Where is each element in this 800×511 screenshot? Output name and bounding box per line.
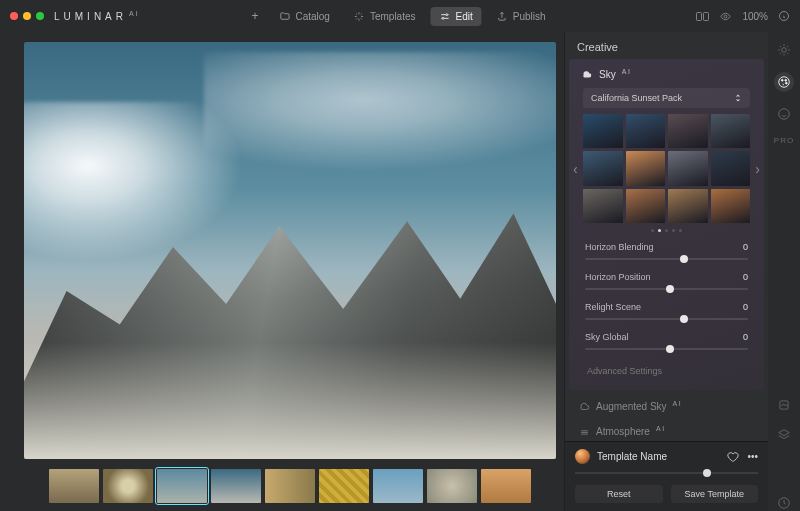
more-icon[interactable]: •••	[747, 451, 758, 463]
template-name: Template Name	[597, 451, 667, 462]
sky-preset[interactable]	[668, 151, 708, 185]
svg-point-12	[779, 109, 790, 120]
svg-point-0	[446, 13, 448, 15]
ai-badge: A I	[622, 68, 630, 75]
slider-label: Horizon Blending	[585, 242, 654, 252]
slider-label: Sky Global	[585, 332, 629, 342]
slider-label: Relight Scene	[585, 302, 641, 312]
sky-preset[interactable]	[626, 189, 666, 223]
advanced-settings[interactable]: Advanced Settings	[577, 360, 756, 380]
filmstrip-thumb[interactable]	[49, 469, 99, 503]
sky-sliders: Horizon Blending0Horizon Position0Religh…	[577, 240, 756, 356]
pack-name: California Sunset Pack	[591, 93, 682, 103]
cloud-plus-icon	[579, 402, 590, 412]
nav-edit[interactable]: Edit	[431, 7, 482, 26]
nav-publish[interactable]: Publish	[488, 7, 555, 26]
add-button[interactable]: +	[245, 5, 264, 27]
pro-tab[interactable]: PRO	[774, 136, 794, 145]
top-right-tools: 100%	[696, 10, 790, 22]
edit-panel: Creative Sky A I California Sunset Pack …	[564, 32, 768, 511]
filmstrip-thumb[interactable]	[103, 469, 153, 503]
sky-preset[interactable]	[711, 189, 751, 223]
sky-preset[interactable]	[626, 151, 666, 185]
sky-pack-select[interactable]: California Sunset Pack	[583, 88, 750, 108]
ai-badge: A I	[673, 400, 681, 407]
filmstrip	[24, 459, 556, 505]
sky-page-dots	[577, 223, 756, 240]
nav-label: Publish	[513, 11, 546, 22]
creative-tab-icon[interactable]	[774, 72, 794, 92]
image-canvas[interactable]	[24, 42, 556, 459]
panel-title: Creative	[565, 32, 768, 59]
chevrons-icon	[734, 93, 742, 103]
slider[interactable]	[581, 342, 752, 356]
app-brand: LUMINARAI	[54, 10, 140, 22]
cloud-icon	[581, 70, 593, 80]
crop-tab-icon[interactable]	[776, 397, 792, 413]
share-icon	[497, 11, 508, 22]
nav-templates[interactable]: Templates	[345, 7, 425, 26]
info-icon[interactable]	[778, 10, 790, 22]
slider-value: 0	[734, 302, 748, 312]
svg-point-11	[785, 82, 787, 84]
history-icon[interactable]	[776, 495, 792, 511]
sliders-icon	[440, 11, 451, 22]
svg-point-1	[442, 17, 444, 19]
filmstrip-thumb[interactable]	[373, 469, 423, 503]
svg-point-9	[781, 79, 783, 81]
tool-label: Augmented Sky	[596, 401, 667, 412]
nav-label: Catalog	[295, 11, 329, 22]
brand-name: LUMINAR	[54, 11, 127, 22]
folder-icon	[279, 11, 290, 22]
filmstrip-thumb[interactable]	[427, 469, 477, 503]
title-bar: LUMINARAI + Catalog Templates Edit Publi…	[0, 0, 800, 32]
right-rail: PRO	[768, 32, 800, 511]
sky-preset[interactable]	[668, 189, 708, 223]
svg-rect-3	[704, 12, 709, 20]
slider[interactable]	[581, 282, 752, 296]
sky-preset[interactable]	[668, 114, 708, 148]
filmstrip-thumb[interactable]	[481, 469, 531, 503]
sky-prev[interactable]: ‹	[573, 161, 578, 177]
sky-preset[interactable]	[583, 151, 623, 185]
sky-header[interactable]: Sky A I	[577, 67, 756, 88]
svg-point-10	[785, 79, 787, 81]
slider[interactable]	[581, 252, 752, 266]
nav-catalog[interactable]: Catalog	[270, 7, 338, 26]
save-template-button[interactable]: Save Template	[671, 485, 759, 503]
eye-icon[interactable]	[719, 11, 732, 22]
filmstrip-thumb[interactable]	[211, 469, 261, 503]
minimize-window-button[interactable]	[23, 12, 31, 20]
filmstrip-thumb[interactable]	[319, 469, 369, 503]
template-thumb	[575, 449, 590, 464]
essentials-tab-icon[interactable]	[776, 42, 792, 58]
sky-preset[interactable]	[711, 114, 751, 148]
tool-label: Atmosphere	[596, 426, 650, 437]
sky-preset[interactable]	[626, 114, 666, 148]
zoom-level[interactable]: 100%	[742, 11, 768, 22]
compare-icon[interactable]	[696, 11, 709, 22]
sky-next[interactable]: ›	[755, 161, 760, 177]
sky-preset[interactable]	[711, 151, 751, 185]
sky-tool: Sky A I California Sunset Pack ‹ › Horiz…	[569, 59, 764, 390]
slider-value: 0	[734, 332, 748, 342]
maximize-window-button[interactable]	[36, 12, 44, 20]
template-amount-slider[interactable]	[575, 467, 758, 479]
slider-value: 0	[734, 272, 748, 282]
sky-preset[interactable]	[583, 189, 623, 223]
filmstrip-thumb[interactable]	[265, 469, 315, 503]
nav-label: Templates	[370, 11, 416, 22]
sky-preset[interactable]	[583, 114, 623, 148]
slider-value: 0	[734, 242, 748, 252]
reset-button[interactable]: Reset	[575, 485, 663, 503]
template-bar: Template Name ••• Reset Save Template	[565, 441, 768, 511]
close-window-button[interactable]	[10, 12, 18, 20]
brand-suffix: AI	[129, 10, 140, 17]
viewer-area	[0, 32, 564, 511]
portrait-tab-icon[interactable]	[776, 106, 792, 122]
slider[interactable]	[581, 312, 752, 326]
filmstrip-thumb[interactable]	[157, 469, 207, 503]
layers-tab-icon[interactable]	[776, 427, 792, 443]
tool-augmented-sky[interactable]: Augmented Sky A I	[571, 394, 762, 419]
favorite-icon[interactable]	[727, 451, 739, 463]
